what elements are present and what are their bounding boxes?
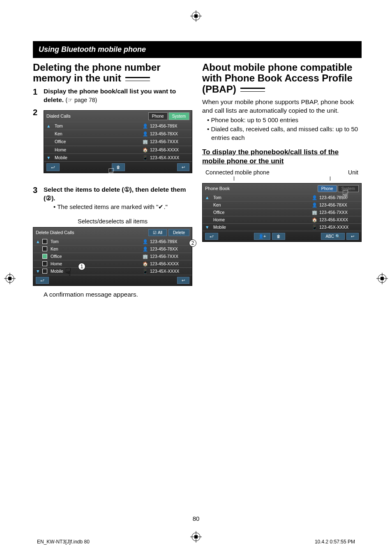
phone-number: 123-456-XXXX	[148, 261, 189, 266]
contact-name: Home	[212, 217, 311, 222]
scroll-arrow-icon[interactable]: ▼	[205, 225, 212, 230]
delete-button[interactable]: Delete	[168, 229, 189, 236]
step3-text: Select the items to delete (①), then del…	[44, 186, 192, 203]
return-button[interactable]: ↩	[346, 233, 359, 240]
contact-name: Tom	[212, 195, 311, 200]
add-contact-button[interactable]: 👤+	[254, 233, 270, 240]
contact-name: Ken	[49, 246, 142, 251]
phone-number: 123-456-78XX	[148, 131, 189, 137]
contact-type-icon: 📱	[142, 269, 148, 274]
phone-number: 123-45X-XXXX	[148, 269, 189, 274]
list-row[interactable]: Office🏢123-456-7XXX	[203, 209, 361, 216]
tab-phone[interactable]: Phone	[148, 112, 168, 121]
checkbox[interactable]	[42, 246, 47, 251]
phone-number: 123-456-789X	[318, 195, 359, 200]
phone-number: 123-456-78XX	[318, 202, 359, 207]
list-row[interactable]: ▼Mobile📱123-45X-XXXX	[203, 223, 361, 231]
phone-number: 123-45X-XXXX	[318, 225, 359, 230]
section-header: Using Bluetooth mobile phone	[33, 41, 362, 58]
contact-name: Office	[212, 210, 311, 215]
contact-name: Mobile	[53, 155, 142, 160]
ss-title: Phone Book	[205, 186, 230, 191]
phone-number: 123-456-78XX	[148, 246, 189, 251]
phone-number: 123-456-7XXX	[148, 139, 189, 144]
scroll-arrow-icon[interactable]: ▲	[205, 195, 212, 200]
phone-number: 123-456-XXXX	[318, 217, 359, 222]
step-number: 2	[33, 108, 44, 176]
list-row[interactable]: ▼Mobile📱123-45X-XXXX	[33, 267, 192, 275]
footer-filename: EN_KW-NT3[J]f.indb 80	[37, 539, 90, 545]
hand-pointer-icon: ☟	[342, 188, 349, 201]
tab-phone[interactable]: Phone	[318, 185, 337, 192]
contact-type-icon: 🏠	[311, 217, 318, 223]
contact-type-icon: 🏢	[142, 139, 148, 144]
back-button[interactable]: ⮐	[205, 233, 218, 240]
annot-unit: Unit	[348, 169, 358, 176]
contact-type-icon: 🏢	[311, 210, 318, 215]
svg-rect-15	[194, 535, 198, 538]
scroll-arrow-icon[interactable]: ▼	[46, 155, 53, 160]
step3-screenshot: Delete Dialed Calls ☑ All Delete ▲Tom👤12…	[33, 227, 192, 286]
checkbox[interactable]	[42, 269, 47, 274]
list-row[interactable]: ▼Mobile📱123-45X-XXXX	[44, 153, 192, 161]
contact-type-icon: 📱	[311, 225, 318, 230]
list-row[interactable]: Home🏠123-456-XXXX	[44, 146, 192, 153]
registration-mark-bottom	[190, 531, 202, 543]
phone-number: 123-456-789X	[148, 123, 189, 129]
list-row[interactable]: ▲Tom👤123-456-789X	[33, 238, 192, 245]
bullet-1: Phone book: up to 5 000 entries	[207, 116, 362, 124]
contact-type-icon: 🏠	[142, 261, 148, 267]
callout-1: 1	[78, 263, 85, 270]
list-row[interactable]: Office🏢123-456-7XXX	[44, 137, 192, 145]
svg-rect-11	[380, 277, 384, 280]
contact-name: Office	[49, 254, 142, 259]
return-button[interactable]: ↩	[177, 277, 189, 284]
scroll-arrow-icon[interactable]: ▲	[46, 123, 53, 129]
return-button[interactable]: ↩	[177, 163, 189, 172]
abc-button[interactable]: ABC🔍	[321, 233, 345, 240]
contact-name: Ken	[212, 202, 311, 207]
confirm-message: A confirmation message appears.	[44, 291, 192, 298]
list-row[interactable]: Office🏢123-456-7XXX	[33, 253, 192, 260]
list-row[interactable]: Ken👤123-456-78XX	[203, 201, 361, 209]
left-column: Deleting the phone number memory in the …	[33, 62, 192, 298]
back-button[interactable]: ⮐	[46, 163, 60, 172]
tab-system[interactable]: System	[168, 112, 189, 121]
hand-pointer-icon: ☟	[65, 266, 71, 278]
contact-type-icon: 👤	[142, 131, 148, 137]
checkbox[interactable]	[42, 254, 47, 259]
right-screenshot: Phone Book Phone System ▲Tom👤123-456-789…	[202, 183, 362, 242]
back-button[interactable]: ⮐	[36, 277, 49, 284]
contact-type-icon: 📱	[142, 155, 148, 160]
footer-timestamp: 10.4.2 0:57:55 PM	[315, 539, 355, 545]
list-row[interactable]: Ken👤123-456-78XX	[44, 130, 192, 137]
bullet-2: Dialed calls, received calls, and missed…	[207, 125, 362, 142]
phone-number: 123-45X-XXXX	[148, 155, 189, 160]
step-1: 1 Display the phone book/call list you w…	[33, 87, 192, 104]
checkbox[interactable]	[42, 261, 47, 266]
contact-name: Tom	[53, 123, 142, 129]
step-3: 3 Select the items to delete (①), then d…	[33, 186, 192, 211]
contact-type-icon: 👤	[142, 123, 148, 129]
scroll-arrow-icon[interactable]: ▲	[36, 239, 42, 244]
scroll-arrow-icon[interactable]: ▼	[36, 269, 42, 274]
all-button[interactable]: ☑ All	[148, 229, 167, 236]
list-row[interactable]: ▲Tom👤123-456-789X	[44, 122, 192, 130]
registration-mark-right	[376, 273, 388, 284]
trash-button[interactable]: 🗑	[272, 233, 285, 240]
contact-name: Home	[49, 261, 142, 266]
list-row[interactable]: ▲Tom👤123-456-789X	[203, 194, 361, 201]
list-row[interactable]: Home🏠123-456-XXXX	[33, 260, 192, 267]
contact-type-icon: 👤	[142, 246, 148, 252]
contact-type-icon: 🏠	[142, 147, 148, 153]
contact-type-icon: 👤	[142, 239, 148, 244]
step-number: 3	[33, 186, 44, 211]
list-row[interactable]: Home🏠123-456-XXXX	[203, 216, 361, 223]
svg-rect-7	[8, 277, 12, 280]
phone-number: 123-456-XXXX	[148, 147, 189, 153]
checkbox[interactable]	[42, 239, 47, 244]
step3-caption: Selects/deselects all items	[33, 218, 192, 225]
right-para1: When your mobile phone supports PBAP, ph…	[202, 98, 362, 115]
step1-page-ref: (☞ page 78)	[65, 97, 97, 103]
list-row[interactable]: Ken👤123-456-78XX	[33, 245, 192, 253]
